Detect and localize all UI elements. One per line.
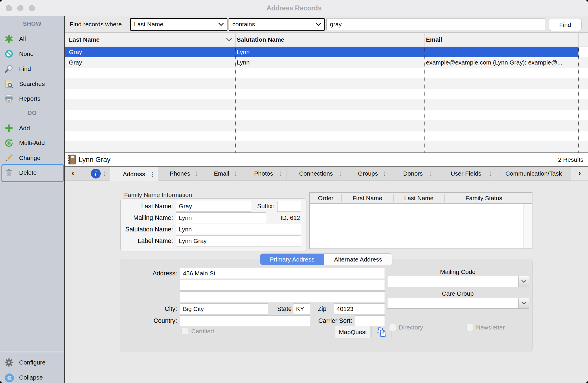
table-row-selected[interactable]: Gray Lynn — [65, 47, 578, 57]
tab-communication-task[interactable]: Communication/Task — [496, 167, 571, 181]
column-header-email[interactable]: Email — [426, 33, 442, 47]
column-divider — [425, 33, 425, 47]
directory-checkbox[interactable] — [389, 324, 396, 331]
sidebar-item-none[interactable]: None — [0, 46, 64, 61]
column-grid-line — [578, 47, 579, 152]
copy-address-icon[interactable] — [376, 327, 388, 338]
certified-label: Certified — [191, 327, 214, 335]
tab-separator-dots: ⋮ — [102, 171, 107, 176]
tab-info[interactable]: i ⋮ — [81, 167, 110, 181]
tab-label: Groups — [358, 170, 378, 177]
newsletter-label: Newsletter — [476, 324, 505, 331]
directory-label: Directory — [399, 324, 423, 331]
tabs-scroll-right-button[interactable]: › — [571, 167, 588, 181]
find-field-select[interactable]: Last Name — [130, 18, 227, 31]
tab-email[interactable]: Email ⋮ — [202, 167, 241, 181]
mailing-name-field[interactable] — [176, 212, 266, 223]
sidebar-item-multi-add[interactable]: Multi-Add — [0, 135, 64, 150]
mapquest-button[interactable]: MapQuest — [335, 326, 371, 338]
care-group-label: Care Group — [406, 290, 510, 297]
zip-field[interactable] — [334, 303, 385, 314]
sidebar-item-delete[interactable]: Delete — [0, 165, 64, 180]
combo-button[interactable] — [518, 276, 529, 287]
find-bar: Find records where Last Name contains Fi… — [65, 16, 588, 33]
mailing-code-select[interactable] — [387, 276, 529, 287]
sidebar-item-add[interactable]: Add — [0, 121, 64, 136]
sidebar-do-header: DO — [0, 109, 64, 117]
members-col-order[interactable]: Order — [310, 193, 341, 203]
find-button[interactable]: Find — [549, 19, 581, 31]
sidebar-item-change[interactable]: Change — [0, 150, 64, 165]
tab-separator-dots: ⋮ — [488, 171, 493, 176]
suffix-field[interactable] — [277, 201, 301, 212]
address-line3-field[interactable] — [180, 291, 385, 302]
prohibited-icon — [5, 49, 13, 58]
tab-user-fields[interactable]: User Fields ⋮ — [436, 167, 497, 181]
address-label: Address: — [122, 268, 177, 279]
tab-groups[interactable]: Groups ⋮ — [346, 167, 390, 181]
results-count: 2 Results — [558, 153, 583, 166]
carrier-sort-field[interactable] — [355, 315, 385, 326]
tab-separator-dots: ⋮ — [150, 171, 155, 177]
sidebar-item-collapse[interactable]: Collapse — [0, 370, 64, 383]
sidebar-item-all[interactable]: All — [0, 31, 64, 46]
primary-address-tab[interactable]: Primary Address — [260, 254, 324, 265]
sidebar-item-label: Collapse — [19, 374, 43, 381]
tab-address[interactable]: Address ⋮ — [110, 167, 158, 181]
find-query-input[interactable] — [326, 19, 545, 30]
tab-photos[interactable]: Photos ⋮ — [241, 167, 286, 181]
address-line2-field[interactable] — [180, 280, 385, 291]
state-field[interactable] — [293, 303, 310, 314]
cell-last-name: Gray — [69, 57, 234, 68]
address-type-segmented-control: Primary Address Alternate Address — [260, 253, 392, 265]
sidebar-item-configure[interactable]: Configure — [0, 355, 64, 370]
city-field[interactable] — [180, 303, 268, 314]
members-scrollbar-track[interactable] — [523, 204, 532, 248]
care-group-select[interactable] — [387, 298, 529, 309]
plus-icon — [5, 124, 13, 132]
chevron-down-icon — [316, 23, 321, 26]
tab-label: Connections — [299, 170, 333, 177]
state-label: State — [274, 303, 292, 314]
combo-button[interactable] — [518, 298, 529, 309]
salutation-name-field[interactable] — [176, 224, 301, 235]
members-col-first-name[interactable]: First Name — [341, 193, 393, 203]
last-name-field[interactable] — [176, 201, 251, 212]
zip-label: Zip — [314, 303, 326, 314]
country-field[interactable] — [180, 315, 310, 326]
label-name-field[interactable] — [176, 235, 301, 246]
country-label: Country: — [122, 315, 177, 326]
members-col-family-status[interactable]: Family Status — [444, 193, 523, 203]
sidebar-item-label: None — [19, 50, 34, 57]
tab-connections[interactable]: Connections ⋮ — [286, 167, 346, 181]
sidebar-item-label: Searches — [19, 80, 45, 87]
sidebar-item-searches[interactable]: Searches — [0, 76, 64, 91]
column-grid-line — [425, 47, 425, 152]
sidebar-item-reports[interactable]: Reports — [0, 91, 64, 106]
column-header-last-name[interactable]: Last Name — [69, 33, 100, 47]
sidebar-item-find[interactable]: Find — [0, 61, 64, 76]
table-row[interactable]: Gray Lynn example@example.com (Lynn Gray… — [65, 57, 588, 68]
newsletter-checkbox[interactable] — [466, 324, 473, 331]
sidebar-item-label: Configure — [19, 359, 45, 366]
certified-checkbox[interactable] — [181, 328, 188, 335]
tabs-scroll-left-button[interactable]: ‹ — [65, 167, 81, 181]
tab-label: Phones — [170, 170, 190, 177]
tab-separator-dots: ⋮ — [428, 171, 433, 176]
sort-chevron-icon[interactable] — [226, 38, 232, 41]
tab-donors[interactable]: Donors ⋮ — [390, 167, 436, 181]
tab-label: Communication/Task — [506, 170, 562, 177]
find-operator-select[interactable]: contains — [229, 18, 325, 31]
tab-label: Photos — [254, 170, 273, 177]
members-col-last-name[interactable]: Last Name — [393, 193, 444, 203]
sidebar-item-label: Find — [19, 65, 31, 72]
chevron-left-icon: ‹ — [71, 168, 74, 178]
alternate-address-tab[interactable]: Alternate Address — [324, 254, 392, 265]
tab-phones[interactable]: Phones ⋮ — [158, 167, 202, 181]
address-line1-field[interactable] — [180, 268, 385, 279]
tab-label: User Fields — [451, 170, 481, 177]
column-header-salutation[interactable]: Salutation Name — [237, 33, 284, 47]
chevron-right-icon: › — [578, 168, 581, 178]
info-icon: i — [91, 169, 101, 178]
record-tab-bar: ‹ i ⋮ Address ⋮ Phones ⋮ Email ⋮ Photos … — [65, 167, 588, 181]
